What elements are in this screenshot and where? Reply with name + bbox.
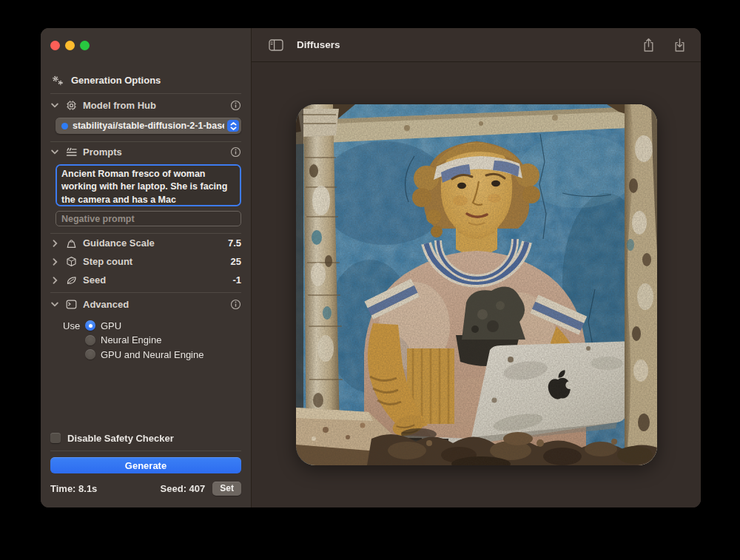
param-value: 25 — [231, 256, 241, 267]
negative-prompt-input[interactable] — [56, 211, 241, 226]
terminal-icon — [65, 300, 77, 309]
titlebar: Diffusers — [252, 28, 701, 62]
disable-safety-checker-checkbox[interactable] — [50, 433, 61, 443]
guidance-scale-row[interactable]: Guidance Scale 7.5 — [50, 234, 241, 252]
generated-image — [296, 104, 657, 465]
set-seed-button[interactable]: Set — [212, 482, 241, 496]
share-icon[interactable] — [642, 38, 655, 53]
leaf-icon — [65, 275, 77, 286]
param-value: -1 — [232, 274, 241, 286]
radio-label: GPU — [101, 320, 121, 331]
sidebar-spacer — [50, 362, 241, 431]
minimize-window-button[interactable] — [65, 41, 75, 50]
status-footer: Time: 8.1s Seed: 407 Set — [50, 481, 241, 496]
generate-button[interactable]: Generate — [50, 457, 241, 473]
model-section-label: Model from Hub — [83, 100, 156, 111]
cube-icon — [65, 256, 77, 267]
divider — [50, 451, 241, 451]
time-status: Time: 8.1s — [50, 483, 97, 494]
cpu-icon — [65, 100, 77, 111]
safety-checker-row: Disable Safety Checker — [50, 431, 241, 445]
close-window-button[interactable] — [50, 41, 60, 50]
compute-unit-row-neural-engine: Neural Engine — [50, 333, 241, 348]
model-select[interactable]: stabilityai/stable-diffusion-2-1-base — [56, 118, 241, 134]
canvas-area — [252, 62, 701, 507]
app-title: Diffusers — [297, 39, 340, 50]
prompts-section-label: Prompts — [83, 146, 122, 158]
chevron-right-icon — [50, 258, 59, 266]
radio-neural-engine[interactable] — [85, 335, 95, 345]
radio-gpu[interactable] — [85, 320, 95, 331]
compute-unit-row-gpu: Use GPU — [50, 318, 241, 333]
radio-gpu-and-neural-engine[interactable] — [85, 349, 95, 360]
advanced-section-label: Advanced — [83, 299, 129, 310]
chevron-down-icon — [50, 103, 59, 108]
compute-unit-row-gpu-and-neural-engine: GPU and Neural Engine — [50, 348, 241, 362]
radio-label: GPU and Neural Engine — [101, 349, 204, 360]
use-label: Use — [63, 320, 81, 331]
chevron-down-icon — [50, 149, 59, 155]
chevron-right-icon — [50, 277, 59, 284]
param-label: Seed — [83, 274, 106, 286]
sidebar-title: Generation Options — [71, 75, 161, 86]
seed-row[interactable]: Seed -1 — [50, 271, 241, 289]
fullscreen-window-button[interactable] — [80, 41, 90, 50]
info-icon[interactable] — [230, 146, 241, 158]
text-quote-icon — [65, 147, 77, 157]
model-select-value: stabilityai/stable-diffusion-2-1-base — [73, 121, 224, 131]
sidebar: Generation Options Model from Hub stabil… — [41, 28, 252, 507]
sidebar-header: Generation Options — [50, 72, 241, 87]
main-panel: Diffusers — [252, 28, 701, 507]
radio-label: Neural Engine — [101, 334, 161, 345]
fresco-illustration — [296, 104, 657, 465]
window-controls — [50, 40, 241, 50]
param-label: Step count — [83, 256, 132, 267]
chevron-right-icon — [50, 240, 59, 247]
scale-mass-icon — [65, 238, 77, 249]
step-count-row[interactable]: Step count 25 — [50, 252, 241, 271]
param-value: 7.5 — [228, 237, 241, 249]
param-label: Guidance Scale — [83, 237, 155, 249]
safety-checker-label: Disable Safety Checker — [67, 433, 174, 444]
chevron-down-icon — [50, 302, 59, 307]
info-icon[interactable] — [230, 100, 241, 111]
select-stepper-icon — [227, 120, 239, 132]
gears-icon — [50, 74, 64, 87]
info-icon[interactable] — [230, 299, 241, 310]
model-section-header[interactable]: Model from Hub — [50, 94, 241, 116]
prompt-input[interactable]: Ancient Roman fresco of woman working wi… — [56, 164, 241, 206]
model-status-dot — [61, 123, 68, 129]
app-window: Generation Options Model from Hub stabil… — [41, 28, 701, 507]
advanced-section-header[interactable]: Advanced — [50, 293, 241, 315]
download-icon[interactable] — [673, 38, 686, 53]
seed-status: Seed: 407 — [161, 483, 206, 494]
prompts-section-header[interactable]: Prompts — [50, 142, 241, 161]
sidebar-toggle-icon[interactable] — [269, 39, 283, 51]
